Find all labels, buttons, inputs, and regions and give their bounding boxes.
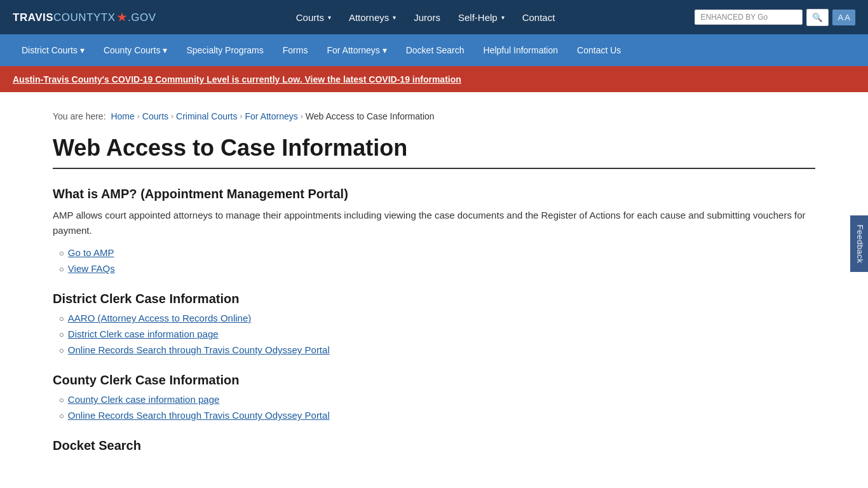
district-clerk-link-list: AARO (Attorney Access to Records Online)… [53, 313, 815, 355]
search-label: ENHANCED BY Go [700, 13, 768, 22]
district-clerk-info-link[interactable]: District Clerk case information page [68, 329, 219, 339]
sub-navigation: District Courts ▾ County Courts ▾ Specia… [0, 34, 868, 66]
search-input-wrap: ENHANCED BY Go [695, 10, 803, 25]
subnav-district-courts[interactable]: District Courts ▾ [13, 40, 93, 60]
breadcrumb-home[interactable]: Home [111, 111, 134, 121]
list-item: Online Records Search through Travis Cou… [59, 410, 815, 421]
section-heading-county-clerk: County Clerk Case Information [53, 373, 815, 388]
site-logo[interactable]: TRAVISCOUNTYTX★.GOV [13, 11, 156, 24]
nav-contact[interactable]: Contact [515, 8, 563, 27]
page-title: Web Access to Case Information [53, 134, 815, 169]
list-item: Go to AMP [59, 247, 815, 258]
breadcrumb-courts[interactable]: Courts [142, 111, 168, 121]
district-odyssey-link[interactable]: Online Records Search through Travis Cou… [68, 344, 330, 355]
nav-jurors[interactable]: Jurors [406, 8, 448, 27]
subnav-county-courts[interactable]: County Courts ▾ [95, 40, 176, 60]
aaro-link[interactable]: AARO (Attorney Access to Records Online) [68, 313, 251, 323]
breadcrumb-sep-2: › [171, 112, 173, 121]
breadcrumb-sep-4: › [301, 112, 303, 121]
content-area: You are here: Home › Courts › Criminal C… [40, 92, 828, 485]
go-to-amp-link[interactable]: Go to AMP [68, 247, 114, 258]
nav-courts[interactable]: Courts ▾ [288, 8, 339, 27]
section-body-amp: AMP allows court appointed attorneys to … [53, 208, 815, 238]
list-item: AARO (Attorney Access to Records Online) [59, 313, 815, 323]
breadcrumb-sep-1: › [137, 112, 140, 121]
list-item: District Clerk case information page [59, 329, 815, 339]
chevron-down-icon: ▾ [501, 14, 505, 21]
breadcrumb-label: You are here: [53, 111, 106, 121]
logo-travis: TRAVIS [13, 11, 53, 24]
translate-button[interactable]: A A [832, 10, 855, 25]
county-clerk-info-link[interactable]: County Clerk case information page [68, 394, 219, 405]
section-heading-amp: What is AMP? (Appointment Management Por… [53, 187, 815, 201]
chevron-down-icon: ▾ [383, 45, 387, 55]
logo-county: COUNTYTX [53, 11, 116, 24]
logo-star: ★ [117, 11, 127, 24]
top-navigation: TRAVISCOUNTYTX★.GOV Courts ▾ Attorneys ▾… [0, 0, 868, 34]
county-clerk-link-list: County Clerk case information page Onlin… [53, 394, 815, 421]
subnav-specialty-programs[interactable]: Specialty Programs [177, 40, 272, 60]
search-area: ENHANCED BY Go 🔍 A A [695, 9, 855, 26]
subnav-contact-us[interactable]: Contact Us [568, 40, 630, 60]
breadcrumb-criminal-courts[interactable]: Criminal Courts [176, 111, 237, 121]
chevron-down-icon: ▾ [80, 45, 85, 55]
top-nav-links: Courts ▾ Attorneys ▾ Jurors Self-Help ▾ … [288, 8, 563, 27]
chevron-down-icon: ▾ [393, 14, 396, 21]
subnav-docket-search[interactable]: Docket Search [397, 40, 473, 60]
county-odyssey-link[interactable]: Online Records Search through Travis Cou… [68, 410, 330, 421]
list-item: County Clerk case information page [59, 394, 815, 405]
logo-gov: .GOV [128, 11, 156, 24]
nav-selfhelp[interactable]: Self-Help ▾ [451, 8, 512, 27]
search-button[interactable]: 🔍 [806, 9, 829, 26]
section-heading-docket-search: Docket Search [53, 438, 815, 453]
subnav-forms[interactable]: Forms [274, 40, 317, 60]
subnav-helpful-information[interactable]: Helpful Information [475, 40, 567, 60]
nav-attorneys[interactable]: Attorneys ▾ [341, 8, 403, 27]
alert-link[interactable]: Austin-Travis County's COVID-19 Communit… [13, 74, 461, 85]
section-heading-district-clerk: District Clerk Case Information [53, 292, 815, 306]
breadcrumb-current: Web Access to Case Information [306, 111, 435, 121]
breadcrumb: You are here: Home › Courts › Criminal C… [53, 111, 815, 121]
breadcrumb-for-attorneys[interactable]: For Attorneys [245, 111, 298, 121]
subnav-for-attorneys[interactable]: For Attorneys ▾ [318, 40, 395, 60]
list-item: Online Records Search through Travis Cou… [59, 344, 815, 355]
view-faqs-link[interactable]: View FAQs [68, 263, 115, 274]
list-item: View FAQs [59, 263, 815, 274]
chevron-down-icon: ▾ [163, 45, 167, 55]
breadcrumb-sep-3: › [240, 112, 243, 121]
chevron-down-icon: ▾ [328, 14, 331, 21]
feedback-tab[interactable]: Feedback [850, 215, 868, 272]
alert-banner: Austin-Travis County's COVID-19 Communit… [0, 66, 868, 92]
amp-link-list: Go to AMP View FAQs [53, 247, 815, 274]
